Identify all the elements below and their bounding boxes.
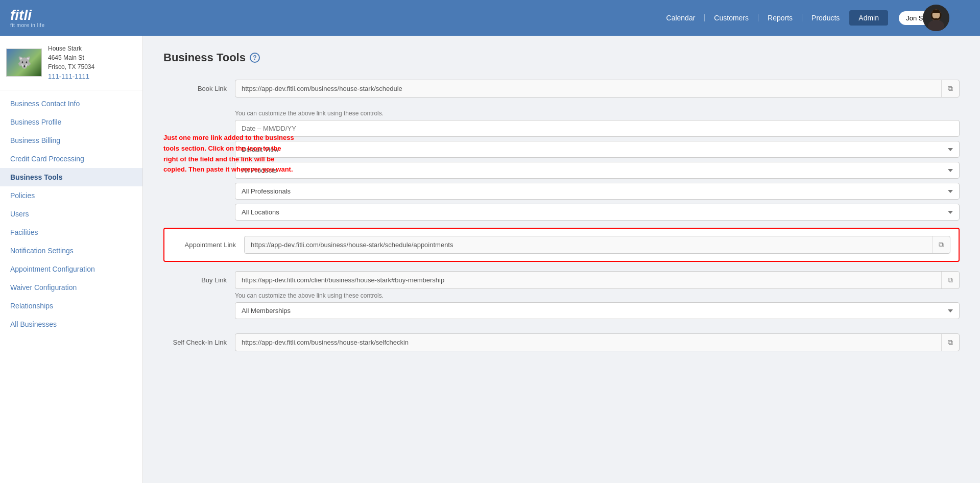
buy-link-section: Buy Link ⧉ You can customize the above l… [163, 271, 960, 323]
customize-text: You can customize the above link using t… [235, 110, 960, 117]
sidebar-item-business-tools[interactable]: Business Tools [0, 168, 142, 186]
self-checkin-input-wrap: ⧉ [235, 333, 960, 351]
appointment-link-input-wrap: ⧉ [244, 236, 950, 254]
nav-products[interactable]: Products [802, 14, 849, 21]
sidebar-item-policies[interactable]: Policies [0, 186, 142, 205]
buy-link-input[interactable] [235, 272, 941, 288]
logo-text: fitli [10, 8, 32, 22]
content-inner: Business Tools ? Just one more link adde… [163, 51, 960, 351]
book-link-label: Book Link [163, 80, 235, 92]
help-icon[interactable]: ? [250, 53, 260, 63]
nav-calendar[interactable]: Calendar [657, 14, 705, 21]
business-city: Frisco, TX 75034 [48, 62, 94, 71]
buy-link-content: ⧉ You can customize the above link using… [235, 271, 960, 323]
appointment-link-label: Appointment Link [173, 241, 244, 249]
tooltip-annotation: Just one more link added to the business… [163, 133, 296, 175]
default-view-select[interactable]: Default ViewList ViewCalendar View [235, 141, 960, 158]
all-professionals-select[interactable]: All Professionals [235, 183, 960, 200]
logo-subtext: fit more in life [10, 22, 44, 28]
sidebar: 🐺 House Stark 4645 Main St Frisco, TX 75… [0, 36, 143, 483]
book-link-input[interactable] [235, 81, 941, 96]
logo: fitli fit more in life [10, 8, 44, 28]
content-area: Business Tools ? Just one more link adde… [143, 36, 980, 483]
sidebar-item-users[interactable]: Users [0, 205, 142, 223]
sidebar-nav: Business Contact Info Business Profile B… [0, 90, 142, 337]
sidebar-item-appointment-configuration[interactable]: Appointment Configuration [0, 260, 142, 278]
main-layout: 🐺 House Stark 4645 Main St Frisco, TX 75… [0, 36, 980, 483]
book-link-content: ⧉ [235, 80, 960, 98]
header: fitli fit more in life Calendar Customer… [0, 0, 980, 36]
sidebar-item-business-billing[interactable]: Business Billing [0, 131, 142, 150]
business-phone: 111-111-1111 [48, 71, 94, 82]
appointment-link-input[interactable] [245, 237, 932, 253]
book-link-input-wrap: ⧉ [235, 80, 960, 98]
buy-link-input-wrap: ⧉ [235, 271, 960, 289]
customize-content: You can customize the above link using t… [235, 107, 960, 225]
all-memberships-select[interactable]: All Memberships [235, 302, 960, 319]
sidebar-item-credit-card-processing[interactable]: Credit Card Processing [0, 150, 142, 168]
sidebar-item-business-contact-info[interactable]: Business Contact Info [0, 94, 142, 113]
buy-link-copy-button[interactable]: ⧉ [941, 272, 959, 288]
book-link-copy-button[interactable]: ⧉ [941, 80, 959, 97]
business-name: House Stark [48, 44, 94, 53]
appointment-link-section: Appointment Link ⧉ [163, 228, 960, 262]
self-checkin-content: ⧉ [235, 333, 960, 351]
nav-reports[interactable]: Reports [758, 14, 802, 21]
sidebar-item-business-profile[interactable]: Business Profile [0, 113, 142, 131]
all-products-select[interactable]: All ProductsClassesAppointmentsMembershi… [235, 162, 960, 179]
all-locations-select[interactable]: All Locations [235, 204, 960, 221]
main-nav: Calendar Customers Reports Products Admi… [657, 10, 888, 26]
business-logo: 🐺 [6, 49, 42, 77]
sidebar-item-facilities[interactable]: Facilities [0, 223, 142, 242]
business-card: 🐺 House Stark 4645 Main St Frisco, TX 75… [0, 36, 142, 90]
buy-link-label: Buy Link [163, 271, 235, 284]
self-checkin-section: Self Check-In Link ⧉ [163, 333, 960, 351]
business-info: House Stark 4645 Main St Frisco, TX 7503… [48, 44, 94, 82]
appointment-link-copy-button[interactable]: ⧉ [932, 236, 950, 253]
self-checkin-copy-button[interactable]: ⧉ [941, 334, 959, 351]
buy-customize-text: You can customize the above link using t… [235, 292, 960, 299]
self-checkin-input[interactable] [235, 334, 941, 350]
sidebar-item-all-businesses[interactable]: All Businesses [0, 315, 142, 333]
nav-admin[interactable]: Admin [849, 10, 888, 26]
page-title: Business Tools ? [163, 51, 960, 64]
date-input[interactable] [235, 120, 960, 137]
nav-customers[interactable]: Customers [705, 14, 758, 21]
self-checkin-label: Self Check-In Link [163, 333, 235, 346]
avatar [923, 5, 949, 31]
sidebar-item-waiver-configuration[interactable]: Waiver Configuration [0, 278, 142, 297]
business-address: 4645 Main St [48, 53, 94, 62]
sidebar-item-notification-settings[interactable]: Notification Settings [0, 242, 142, 260]
sidebar-item-relationships[interactable]: Relationships [0, 297, 142, 315]
user-area: Jon Snow ∨ [899, 11, 949, 25]
book-link-section: Book Link ⧉ [163, 80, 960, 98]
